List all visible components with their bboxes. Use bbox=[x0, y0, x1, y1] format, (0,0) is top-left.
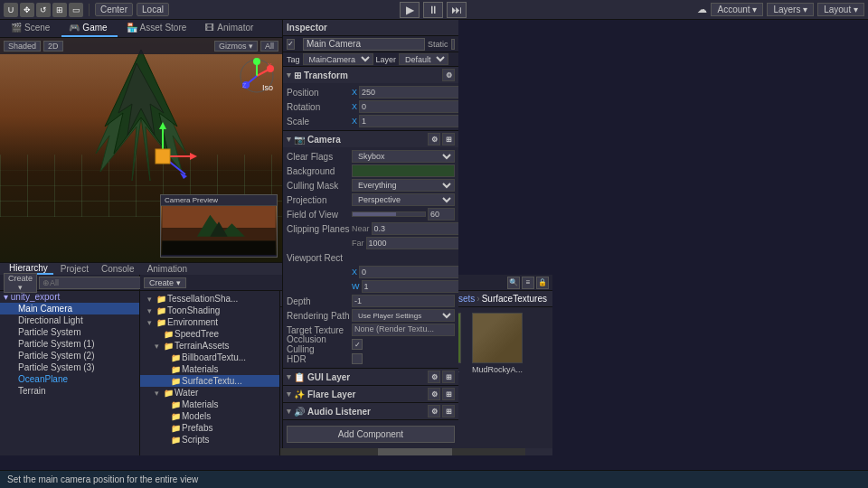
tab-console[interactable]: Console bbox=[96, 263, 140, 275]
culling-mask-select[interactable]: Everything bbox=[352, 179, 455, 192]
camera-expand-icon[interactable]: ⊞ bbox=[442, 133, 455, 145]
hdr-checkbox[interactable] bbox=[352, 353, 363, 364]
project-lock-icon[interactable]: 🔒 bbox=[536, 277, 549, 289]
hierarchy-item-directional-light[interactable]: Directional Light bbox=[0, 314, 139, 326]
gizmos-button[interactable]: Gizmos ▾ bbox=[214, 41, 258, 52]
audio-listener-expand-icon[interactable]: ⊞ bbox=[442, 405, 455, 418]
rect-tool-icon[interactable]: ▭ bbox=[69, 3, 83, 17]
tab-asset-store[interactable]: 🏪Asset Store bbox=[119, 20, 197, 37]
hierarchy-item-particle-system[interactable]: Particle System bbox=[0, 326, 139, 338]
hierarchy-item-main-camera[interactable]: Main Camera bbox=[0, 303, 139, 314]
far-input[interactable] bbox=[366, 237, 459, 249]
project-create-button[interactable]: Create ▾ bbox=[144, 277, 186, 288]
tree-item-materials[interactable]: 📁Materials bbox=[140, 363, 279, 375]
object-enabled-checkbox[interactable]: ✓ bbox=[287, 39, 295, 50]
all-button[interactable]: All bbox=[260, 41, 278, 52]
clear-flags-select[interactable]: Skybox bbox=[352, 150, 455, 163]
gui-layer-expand-icon[interactable]: ⊞ bbox=[442, 371, 455, 383]
layer-select[interactable]: Default bbox=[399, 53, 448, 65]
transform-section-header[interactable]: ▾ ⊞ Transform ⚙ bbox=[283, 67, 458, 83]
account-button[interactable]: Account ▾ bbox=[711, 3, 763, 16]
target-texture-value[interactable]: None (Render Textu... bbox=[352, 324, 455, 336]
tab-game[interactable]: 🎮Game bbox=[61, 20, 117, 37]
hierarchy-item-ocean-plane[interactable]: OceanPlane bbox=[0, 373, 139, 385]
hierarchy-item-terrain[interactable]: Terrain bbox=[0, 385, 139, 397]
add-component-button[interactable]: Add Component bbox=[287, 426, 455, 443]
hierarchy-toolbar: Create ▾ bbox=[0, 275, 139, 291]
background-color-swatch[interactable] bbox=[352, 164, 455, 177]
flare-layer-arrow-icon: ▾ bbox=[287, 389, 291, 399]
scale-x-input[interactable] bbox=[359, 115, 458, 127]
scene-view[interactable]: Shaded 2D Gizmos ▾ All X Y bbox=[0, 38, 282, 262]
tag-select[interactable]: MainCamera bbox=[303, 53, 373, 65]
audio-listener-header[interactable]: ▾ 🔊 Audio Listener ⚙ ⊞ bbox=[283, 403, 458, 419]
near-input[interactable] bbox=[372, 222, 458, 235]
hierarchy-item-particle-system-2[interactable]: Particle System (2) bbox=[0, 350, 139, 361]
flare-layer-badges: ⚙ ⊞ bbox=[428, 388, 455, 400]
flare-layer-section: ▾ ✨ Flare Layer ⚙ ⊞ bbox=[283, 386, 458, 403]
hierarchy-item-unity-export[interactable]: ▾ unity_export bbox=[0, 291, 139, 303]
tree-item-models[interactable]: 📁Models bbox=[140, 410, 279, 422]
scale-tool-icon[interactable]: ⊞ bbox=[52, 3, 67, 17]
static-checkbox[interactable] bbox=[451, 39, 456, 50]
camera-section-header[interactable]: ▾ 📷 Camera ⚙ ⊞ bbox=[283, 131, 458, 147]
flare-layer-header[interactable]: ▾ ✨ Flare Layer ⚙ ⊞ bbox=[283, 386, 458, 402]
move-tool-icon[interactable]: ✥ bbox=[20, 3, 34, 17]
tab-animation[interactable]: Animation bbox=[142, 263, 193, 275]
tree-item-water-materials[interactable]: 📁Materials bbox=[140, 399, 279, 410]
2d-button[interactable]: 2D bbox=[43, 41, 63, 52]
projection-select[interactable]: Perspective bbox=[352, 193, 455, 206]
tab-animator[interactable]: 🎞Animator bbox=[198, 20, 263, 37]
rotate-tool-icon[interactable]: ↺ bbox=[36, 3, 51, 17]
hierarchy-create-button[interactable]: Create ▾ bbox=[4, 273, 37, 293]
tree-item-environment[interactable]: ▾📁Environment bbox=[140, 316, 279, 328]
audio-listener-settings-icon[interactable]: ⚙ bbox=[428, 405, 440, 418]
hierarchy-search-input[interactable] bbox=[39, 277, 147, 289]
center-toggle[interactable]: Center bbox=[95, 3, 133, 16]
tree-item-speed-tree[interactable]: 📁SpeedTree bbox=[140, 328, 279, 340]
asset-scrollbar-thumb[interactable] bbox=[378, 448, 451, 455]
hierarchy-panel: Create ▾ ▾ unity_export Main Camera Dire… bbox=[0, 275, 140, 455]
tree-item-water[interactable]: ▾📁Water bbox=[140, 387, 279, 399]
object-name-input[interactable] bbox=[303, 38, 425, 51]
camera-settings-icon[interactable]: ⚙ bbox=[428, 133, 440, 145]
audio-listener-section: ▾ 🔊 Audio Listener ⚙ ⊞ bbox=[283, 403, 458, 420]
tree-item-billboard[interactable]: 📁BillboardTextu... bbox=[140, 352, 279, 363]
rendering-path-select[interactable]: Use Player Settings bbox=[352, 309, 455, 322]
fov-input[interactable] bbox=[428, 208, 455, 221]
shaded-button[interactable]: Shaded bbox=[4, 41, 41, 52]
pause-button[interactable]: ⏸ bbox=[423, 2, 443, 18]
gui-layer-header[interactable]: ▾ 📋 GUI Layer ⚙ ⊞ bbox=[283, 369, 458, 385]
play-button[interactable]: ▶ bbox=[400, 2, 420, 18]
hierarchy-item-particle-system-3[interactable]: Particle System (3) bbox=[0, 361, 139, 373]
tag-layer-row: Tag MainCamera Layer Default bbox=[283, 52, 458, 67]
depth-input[interactable] bbox=[352, 295, 455, 307]
local-toggle[interactable]: Local bbox=[137, 3, 169, 16]
rotation-x-input[interactable] bbox=[359, 100, 458, 113]
tab-scene[interactable]: 🎬Scene bbox=[4, 20, 60, 37]
vp-w-input[interactable] bbox=[362, 280, 459, 293]
tree-item-tessellation[interactable]: ▾📁TessellationSha... bbox=[140, 293, 279, 305]
flare-layer-expand-icon[interactable]: ⊞ bbox=[442, 388, 455, 400]
tree-item-prefabs[interactable]: 📁Prefabs bbox=[140, 422, 279, 434]
tree-item-terrain-assets[interactable]: ▾📁TerrainAssets bbox=[140, 340, 279, 352]
camera-body: Clear Flags Skybox Background Culling Ma… bbox=[283, 147, 458, 368]
occlusion-checkbox[interactable]: ✓ bbox=[352, 339, 363, 350]
project-view-toggle[interactable]: ≡ bbox=[522, 277, 534, 289]
hierarchy-item-particle-system-1[interactable]: Particle System (1) bbox=[0, 338, 139, 350]
position-x-input[interactable] bbox=[359, 86, 458, 99]
flare-layer-settings-icon[interactable]: ⚙ bbox=[428, 388, 440, 400]
asset-mud-rocky-a[interactable]: MudRockyA... bbox=[470, 313, 524, 374]
vp-x-input[interactable] bbox=[359, 266, 458, 278]
asset-scrollbar[interactable] bbox=[280, 448, 552, 455]
layout-button[interactable]: Layout ▾ bbox=[817, 3, 864, 16]
tree-item-scripts[interactable]: 📁Scripts bbox=[140, 434, 279, 446]
project-search-icon[interactable]: 🔍 bbox=[507, 277, 520, 289]
gui-layer-settings-icon[interactable]: ⚙ bbox=[428, 371, 440, 383]
layers-button[interactable]: Layers ▾ bbox=[767, 3, 814, 16]
step-button[interactable]: ⏭ bbox=[447, 2, 467, 18]
transform-settings-icon[interactable]: ⚙ bbox=[442, 69, 455, 81]
tree-item-surface-textures[interactable]: 📁SurfaceTextu... bbox=[140, 375, 279, 387]
tab-project[interactable]: Project bbox=[55, 263, 94, 275]
tree-item-toon-shading[interactable]: ▾📁ToonShading bbox=[140, 305, 279, 316]
